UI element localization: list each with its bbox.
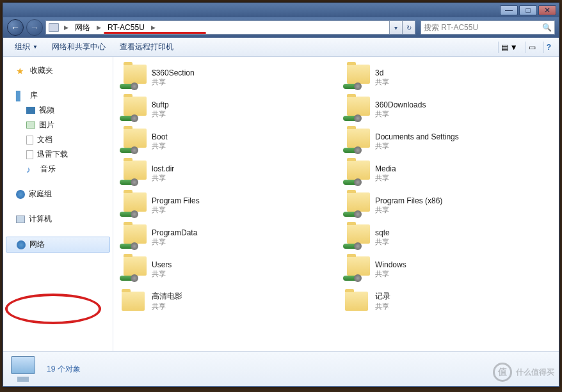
folder-name: Windows [375,260,406,269]
sidebar-computer[interactable]: 计算机 [3,212,113,226]
shared-folder-icon [343,97,370,122]
download-icon [26,150,33,159]
organize-button[interactable]: 组织▼ [8,39,44,55]
details-pane: 19 个对象 [3,351,559,386]
folder-item[interactable]: 记录共享 [339,286,556,317]
shared-folder-icon [120,224,147,250]
folder-item[interactable]: 360Downloads共享 [339,94,556,125]
back-button[interactable]: ← [7,19,24,36]
address-dropdown-button[interactable]: ▾ [390,20,403,35]
shared-folder-icon [120,129,147,154]
folder-name: Documents and Settings [375,132,459,141]
music-icon: ♪ [26,164,36,175]
folder-subtitle: 共享 [152,302,182,311]
folder-subtitle: 共享 [375,173,396,183]
shared-folder-icon [120,288,147,314]
folder-item[interactable]: Documents and Settings共享 [339,126,556,157]
folder-name: sqte [375,228,390,237]
star-icon: ★ [16,66,26,76]
view-mode-button[interactable]: ▤▼ [498,42,520,53]
preview-pane-button[interactable]: ▭ [526,42,538,53]
folder-subtitle: 共享 [375,237,390,247]
folder-subtitle: 共享 [375,205,442,215]
sidebar-xunlei[interactable]: 迅雷下载 [3,147,113,162]
explorer-window: — □ ✕ ← → ▶ 网络 ▶ RT-AC55U ▶ ▾ ↻ [3,3,559,387]
shared-folder-icon [120,97,147,122]
remote-printers-button[interactable]: 查看远程打印机 [113,39,180,55]
folder-name: Boot [152,132,168,141]
folder-subtitle: 共享 [152,237,197,247]
folder-name: 高清电影 [152,291,182,302]
folder-name: lost.dir [152,164,174,173]
document-icon [26,136,33,145]
folder-item[interactable]: Program Files共享 [116,190,333,221]
folder-subtitle: 共享 [375,109,426,119]
sidebar-documents[interactable]: 文档 [3,132,113,147]
shared-folder-icon [343,129,370,154]
folder-item[interactable]: sqte共享 [339,222,556,253]
toolbar: 组织▼ 网络和共享中心 查看远程打印机 ▤▼ ▭ ? [3,38,559,57]
address-bar[interactable]: ▶ 网络 ▶ RT-AC55U ▶ [45,20,390,35]
shared-folder-icon [343,161,370,186]
annotation-circle [5,294,101,324]
shared-folder-icon [343,256,370,282]
folder-item[interactable]: 3d共享 [339,62,556,93]
folder-item[interactable]: 高清电影共享 [116,286,333,317]
folder-name: 8uftp [152,100,169,109]
search-placeholder: 搜索 RT-AC55U [424,22,478,33]
folder-item[interactable]: Boot共享 [116,126,333,157]
body: ★收藏夹 ▋库 视频 图片 文档 迅雷下载 ♪音乐 家庭组 计算机 网络 $36… [3,57,559,351]
titlebar: — □ ✕ [3,3,559,17]
content-pane[interactable]: $360Section共享3d共享8uftp共享360Downloads共享Bo… [113,57,559,351]
folder-name: Media [375,164,396,173]
folder-name: 3d [375,68,389,77]
maximize-button[interactable]: □ [519,5,537,15]
sidebar-favorites[interactable]: ★收藏夹 [3,63,113,78]
folder-subtitle: 共享 [152,173,174,183]
search-icon: 🔍 [542,23,552,32]
folder-item[interactable]: lost.dir共享 [116,158,333,189]
folder-item[interactable]: 8uftp共享 [116,94,333,125]
folder-item[interactable]: ProgramData共享 [116,222,333,253]
folder-item[interactable]: Users共享 [116,254,333,285]
folder-subtitle: 共享 [152,269,172,279]
sidebar: ★收藏夹 ▋库 视频 图片 文档 迅雷下载 ♪音乐 家庭组 计算机 网络 [3,57,113,351]
sidebar-pictures[interactable]: 图片 [3,118,113,132]
minimize-button[interactable]: — [500,5,518,15]
video-icon [26,107,35,114]
shared-folder-icon [343,192,370,218]
folder-subtitle: 共享 [152,205,200,215]
forward-button[interactable]: → [26,19,43,36]
computer-large-icon [11,356,39,382]
close-button[interactable]: ✕ [538,5,556,15]
search-input[interactable]: 搜索 RT-AC55U 🔍 [421,20,555,35]
sidebar-network[interactable]: 网络 [6,237,110,253]
shared-folder-icon [343,224,370,250]
folder-grid: $360Section共享3d共享8uftp共享360Downloads共享Bo… [116,62,556,317]
shared-folder-icon [343,65,370,90]
folder-item[interactable]: Windows共享 [339,254,556,285]
library-icon: ▋ [16,91,26,101]
picture-icon [26,122,35,129]
folder-subtitle: 共享 [152,109,169,119]
chevron-right-icon: ▶ [61,23,71,32]
crumb-network[interactable]: 网络 [72,21,93,35]
shared-folder-icon [120,192,147,218]
network-center-button[interactable]: 网络和共享中心 [45,39,112,55]
folder-item[interactable]: Program Files (x86)共享 [339,190,556,221]
folder-name: ProgramData [152,228,197,237]
refresh-button[interactable]: ↻ [403,20,415,35]
help-button[interactable]: ? [543,42,554,53]
sidebar-homegroup[interactable]: 家庭组 [3,187,113,201]
folder-subtitle: 共享 [152,141,168,151]
folder-item[interactable]: Media共享 [339,158,556,189]
folder-item[interactable]: $360Section共享 [116,62,333,93]
shared-folder-icon [120,161,147,186]
annotation-underline [104,32,206,34]
sidebar-video[interactable]: 视频 [3,103,113,118]
sidebar-libraries[interactable]: ▋库 [3,88,113,103]
sidebar-music[interactable]: ♪音乐 [3,162,113,176]
folder-name: 记录 [375,291,390,302]
chevron-right-icon: ▶ [149,23,158,32]
folder-name: Program Files [152,196,200,205]
